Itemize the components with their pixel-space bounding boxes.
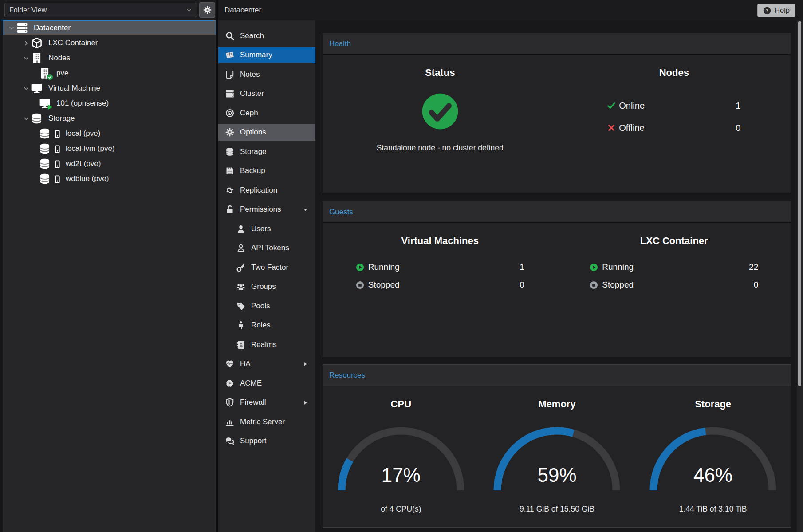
tree-item-label: 101 (opnsense) [56,99,109,108]
menu-item-label: Groups [251,282,276,291]
menu-item-cluster[interactable]: Cluster [218,86,315,102]
tree-item-local-lvm-pve[interactable]: local-lvm (pve) [3,141,216,156]
offline-cross-icon [607,124,615,132]
drive-icon [54,145,61,154]
tree-item-wd2t-pve[interactable]: wd2t (pve) [3,156,216,171]
resource-gauge-memory: Memory59%9.11 GiB of 15.50 GiB [479,386,635,528]
tree-item-datacenter[interactable]: Datacenter [3,20,216,35]
burst-icon [225,379,234,388]
gauge-percent: 17% [335,464,468,486]
tree-settings-button[interactable] [199,2,215,18]
menu-item-options[interactable]: Options [218,124,315,141]
datacenter-menu: SearchSummaryNotesClusterCephOptionsStor… [218,20,315,532]
gauge-percent: 46% [646,464,779,486]
drive-icon [54,160,61,169]
menu-item-api-tokens[interactable]: API Tokens [218,240,315,256]
status-heading: Status [323,67,557,79]
server-icon [16,22,28,34]
guest-row-stopped[interactable]: Stopped0 [356,276,524,294]
menu-item-pools[interactable]: Pools [218,298,315,314]
menu-item-summary[interactable]: Summary [218,47,315,63]
tree-item-label: local-lvm (pve) [66,144,115,153]
play-circle-icon [356,263,364,272]
address-book-icon [236,340,245,349]
menu-item-two-factor[interactable]: Two Factor [218,259,315,276]
tree-item-label: Virtual Machine [48,84,100,93]
tree-item-local-pve[interactable]: local (pve) [3,126,216,141]
health-status-column: Status Standalone node - no cluster defi… [323,55,557,193]
book-icon [225,51,234,59]
vertical-scrollbar[interactable] [797,20,803,532]
menu-item-label: Backup [240,166,265,175]
health-panel: Health Status Standalone node - no clust… [323,33,791,193]
guest-row-running[interactable]: Running1 [356,258,524,276]
guests-column-heading: LXC Container [557,235,791,247]
chevron-down-icon[interactable] [21,115,31,122]
chart-icon [225,418,234,426]
menu-item-label: HA [240,359,251,368]
menu-item-roles[interactable]: Roles [218,317,315,334]
chevron-down-icon[interactable] [21,55,31,62]
chevron-right-icon[interactable] [21,40,31,47]
menu-item-label: Notes [240,70,260,79]
key-icon [236,263,245,272]
menu-item-permissions[interactable]: Permissions [218,201,315,218]
guest-row-stopped[interactable]: Stopped0 [590,276,758,294]
arrow-right-icon [303,400,308,406]
menu-item-ha[interactable]: HA [218,356,315,372]
menu-item-users[interactable]: Users [218,221,315,237]
menu-item-replication[interactable]: Replication [218,182,315,198]
guests-column-virtual-machines: Virtual MachinesRunning1Stopped0 [323,223,557,294]
menu-item-support[interactable]: Support [218,433,315,449]
menu-item-label: Options [240,128,266,137]
menu-item-notes[interactable]: Notes [218,66,315,83]
menu-item-ceph[interactable]: Ceph [218,105,315,121]
gauge-percent: 59% [490,464,623,486]
guest-row-running[interactable]: Running22 [590,258,758,276]
resource-gauge-cpu: CPU17%of 4 CPU(s) [323,386,479,528]
tree-item-nodes[interactable]: Nodes [3,51,216,66]
menu-item-acme[interactable]: ACME [218,375,315,391]
svg-text:?: ? [766,8,769,13]
gauge-arc: 59% [490,422,623,495]
database-icon [225,147,234,156]
database-icon [39,143,51,154]
male-icon [236,321,245,330]
play-circle-icon [590,263,598,272]
guest-row-label: Stopped [602,280,634,290]
menu-item-groups[interactable]: Groups [218,279,315,295]
menu-item-storage[interactable]: Storage [218,143,315,160]
node-status-value: 1 [736,101,740,111]
tree-item-virtual-machine[interactable]: Virtual Machine [3,81,216,96]
tree-item-storage[interactable]: Storage [3,111,216,126]
tree-item-label: pve [56,69,68,78]
menu-item-label: Users [251,225,271,233]
gauge-subtitle: 9.11 GiB of 15.50 GiB [479,504,635,514]
tree-item-101-opnsense[interactable]: 101 (opnsense) [3,96,216,111]
node-status-row-offline: Offline0 [607,117,740,139]
chevron-down-icon[interactable] [7,25,16,32]
menu-item-realms[interactable]: Realms [218,336,315,353]
note-icon [225,70,234,79]
guest-row-value: 22 [749,262,758,272]
health-panel-title: Health [323,33,791,55]
menu-item-backup[interactable]: Backup [218,163,315,179]
view-mode-select[interactable]: Folder View [4,3,197,17]
help-button[interactable]: ? Help [757,4,795,17]
menu-item-metric-server[interactable]: Metric Server [218,414,315,430]
tree-item-label: Datacenter [34,24,71,32]
content-header: Datacenter ? Help [218,0,803,20]
gauge-subtitle: of 4 CPU(s) [323,504,479,514]
tree-item-wdblue-pve[interactable]: wdblue (pve) [3,171,216,186]
tree-item-pve[interactable]: pve [3,66,216,81]
scrollbar-thumb[interactable] [798,21,801,386]
building-icon [31,52,43,64]
chevron-down-icon[interactable] [21,85,31,92]
menu-item-label: Permissions [240,205,281,214]
menu-item-firewall[interactable]: Firewall [218,394,315,411]
menu-item-search[interactable]: Search [218,28,315,44]
tree-item-label: Storage [48,114,75,123]
guest-row-label: Running [602,262,634,272]
tree-item-lxc-container[interactable]: LXC Container [3,35,216,51]
ceph-icon [225,109,234,118]
